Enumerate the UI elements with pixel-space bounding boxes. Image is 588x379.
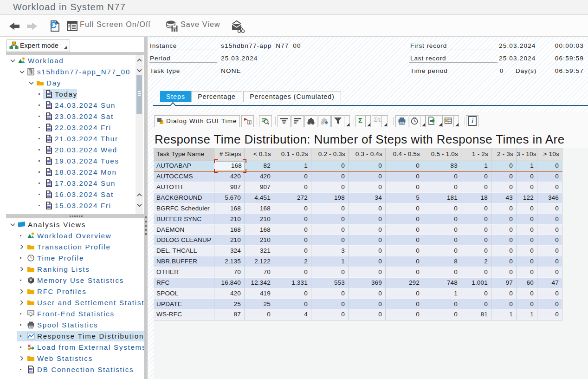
svg-text:1: 1 — [248, 120, 250, 124]
svg-text:PC: PC — [29, 311, 33, 314]
